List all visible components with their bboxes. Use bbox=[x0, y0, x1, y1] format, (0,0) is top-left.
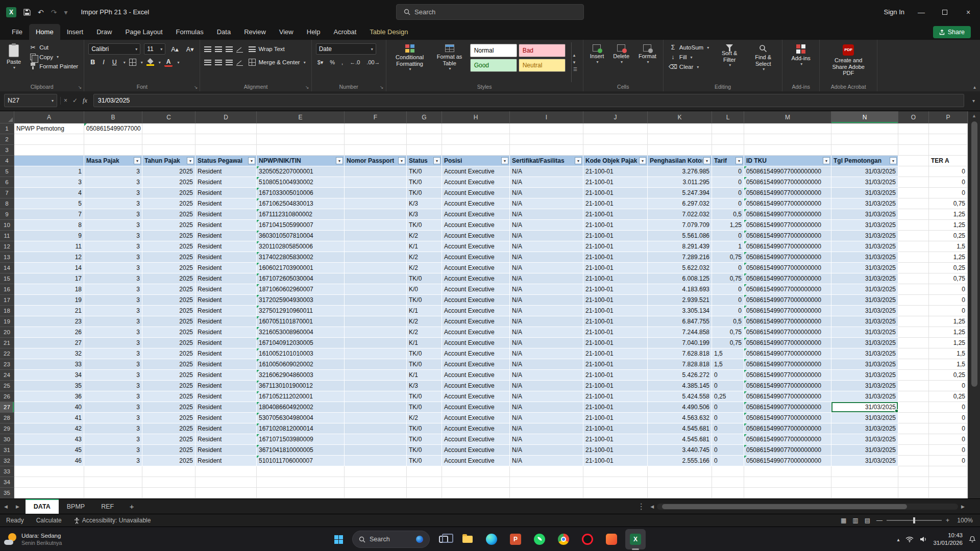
cell-L14[interactable]: 0 bbox=[712, 263, 744, 273]
normal-view-icon[interactable]: ▦ bbox=[841, 517, 846, 524]
cell-M30[interactable]: 0508615499077000000000 bbox=[744, 434, 831, 445]
cell-I2[interactable] bbox=[510, 134, 583, 145]
cell-H1[interactable] bbox=[442, 123, 510, 134]
cell-O7[interactable] bbox=[898, 188, 929, 198]
cell-M18[interactable]: 0508615499077000000000 bbox=[744, 306, 831, 316]
cell-E16[interactable]: 1871060602960007 bbox=[257, 284, 345, 295]
cell-B9[interactable]: 3 bbox=[84, 209, 142, 220]
cell-A14[interactable]: 14 bbox=[14, 263, 84, 273]
cell-P34[interactable] bbox=[929, 477, 968, 488]
cell-M4[interactable]: ID TKU▾ bbox=[744, 156, 831, 166]
cell-H24[interactable]: Account Executive bbox=[442, 370, 510, 381]
cell-A20[interactable]: 26 bbox=[14, 327, 84, 338]
ribbon-tab-home[interactable]: Home bbox=[29, 24, 60, 40]
cell-K30[interactable]: 4.545.681 bbox=[648, 434, 712, 445]
cell-L8[interactable]: 0 bbox=[712, 198, 744, 209]
cell-I26[interactable]: N/A bbox=[510, 391, 583, 402]
cell-E19[interactable]: 1607051101870001 bbox=[257, 316, 345, 327]
cell-E10[interactable]: 1671041505990007 bbox=[257, 220, 345, 231]
cell-M15[interactable]: 0508615499077000000000 bbox=[744, 273, 831, 284]
cell-A31[interactable]: 45 bbox=[14, 445, 84, 456]
opera-button[interactable] bbox=[577, 529, 598, 549]
cell-B8[interactable]: 3 bbox=[84, 198, 142, 209]
cell-O32[interactable] bbox=[898, 456, 929, 466]
cell-C18[interactable]: 2025 bbox=[142, 306, 195, 316]
cell-I19[interactable]: N/A bbox=[510, 316, 583, 327]
cell-F32[interactable] bbox=[345, 456, 407, 466]
cell-O23[interactable] bbox=[898, 359, 929, 370]
cell-M5[interactable]: 0508615499077000000000 bbox=[744, 166, 831, 177]
cell-O9[interactable] bbox=[898, 209, 929, 220]
cell-K21[interactable]: 7.040.199 bbox=[648, 338, 712, 348]
cell-G4[interactable]: Status▾ bbox=[407, 156, 442, 166]
row-header-2[interactable]: 2 bbox=[0, 134, 14, 145]
ribbon-tab-page-layout[interactable]: Page Layout bbox=[119, 24, 169, 40]
cell-A8[interactable]: 5 bbox=[14, 198, 84, 209]
cell-N16[interactable]: 31/03/2025 bbox=[831, 284, 898, 295]
cell-K15[interactable]: 6.008.125 bbox=[648, 273, 712, 284]
cell-N26[interactable]: 31/03/2025 bbox=[831, 391, 898, 402]
align-bottom-icon[interactable] bbox=[226, 46, 233, 52]
cell-N30[interactable]: 31/03/2025 bbox=[831, 434, 898, 445]
cell-C13[interactable]: 2025 bbox=[142, 252, 195, 263]
cell-N11[interactable]: 31/03/2025 bbox=[831, 231, 898, 241]
zoom-slider-thumb[interactable] bbox=[913, 517, 915, 523]
cell-F5[interactable] bbox=[345, 166, 407, 177]
cell-D24[interactable]: Resident bbox=[195, 370, 257, 381]
cell-P19[interactable]: 1,25 bbox=[929, 316, 968, 327]
cell-O22[interactable] bbox=[898, 348, 929, 359]
cell-M6[interactable]: 0508615499077000000000 bbox=[744, 177, 831, 188]
cell-M12[interactable]: 0508615499077000000000 bbox=[744, 241, 831, 252]
cell-N5[interactable]: 31/03/2025 bbox=[831, 166, 898, 177]
cell-P8[interactable]: 0,75 bbox=[929, 198, 968, 209]
cell-P14[interactable]: 0,25 bbox=[929, 263, 968, 273]
cell-B23[interactable]: 3 bbox=[84, 359, 142, 370]
scroll-right-icon[interactable]: ▶ bbox=[961, 504, 965, 509]
cell-O26[interactable] bbox=[898, 391, 929, 402]
cell-K34[interactable] bbox=[648, 477, 712, 488]
row-header-11[interactable]: 11 bbox=[0, 231, 14, 241]
cell-J28[interactable]: 21-100-01 bbox=[583, 413, 648, 423]
expand-formula-bar-icon[interactable]: ▾ bbox=[967, 98, 980, 104]
cell-H28[interactable]: Account Executive bbox=[442, 413, 510, 423]
cell-E29[interactable]: 1671020812000014 bbox=[257, 423, 345, 434]
row-header-5[interactable]: 5 bbox=[0, 166, 14, 177]
cell-J18[interactable]: 21-100-01 bbox=[583, 306, 648, 316]
cell-I1[interactable] bbox=[510, 123, 583, 134]
cell-I32[interactable]: N/A bbox=[510, 456, 583, 466]
cell-G32[interactable]: TK/0 bbox=[407, 456, 442, 466]
cell-M33[interactable] bbox=[744, 466, 831, 477]
cell-A1[interactable]: NPWP Pemotong bbox=[14, 123, 84, 134]
cell-G5[interactable]: TK/0 bbox=[407, 166, 442, 177]
cell-P18[interactable]: 0 bbox=[929, 306, 968, 316]
cell-L7[interactable]: 0 bbox=[712, 188, 744, 198]
cell-C34[interactable] bbox=[142, 477, 195, 488]
cell-L23[interactable]: 1,5 bbox=[712, 359, 744, 370]
cell-E20[interactable]: 3216053008960004 bbox=[257, 327, 345, 338]
cell-P35[interactable] bbox=[929, 488, 968, 498]
select-all-corner[interactable] bbox=[0, 111, 14, 123]
cell-D18[interactable]: Resident bbox=[195, 306, 257, 316]
cell-K13[interactable]: 7.289.216 bbox=[648, 252, 712, 263]
column-header-O[interactable]: O bbox=[898, 111, 929, 123]
column-header-M[interactable]: M bbox=[744, 111, 831, 123]
cell-C23[interactable]: 2025 bbox=[142, 359, 195, 370]
cell-J7[interactable]: 21-100-01 bbox=[583, 188, 648, 198]
cell-N14[interactable]: 31/03/2025 bbox=[831, 263, 898, 273]
cell-J32[interactable]: 21-100-01 bbox=[583, 456, 648, 466]
column-header-P[interactable]: P bbox=[929, 111, 968, 123]
cell-A24[interactable]: 34 bbox=[14, 370, 84, 381]
cell-D15[interactable]: Resident bbox=[195, 273, 257, 284]
gallery-more-icon[interactable]: ☰ bbox=[573, 67, 577, 72]
cell-H33[interactable] bbox=[442, 466, 510, 477]
cell-J16[interactable]: 21-100-01 bbox=[583, 284, 648, 295]
cell-D35[interactable] bbox=[195, 488, 257, 498]
cell-K19[interactable]: 6.847.755 bbox=[648, 316, 712, 327]
cell-A29[interactable]: 42 bbox=[14, 423, 84, 434]
underline-button[interactable]: U bbox=[110, 58, 119, 66]
cell-B2[interactable] bbox=[84, 134, 142, 145]
format-as-table-button[interactable]: Format as Table▾ bbox=[433, 42, 466, 82]
volume-icon[interactable] bbox=[920, 536, 927, 542]
borders-icon[interactable] bbox=[129, 59, 136, 66]
cell-E4[interactable]: NPWP/NIK/TIN▾ bbox=[257, 156, 345, 166]
